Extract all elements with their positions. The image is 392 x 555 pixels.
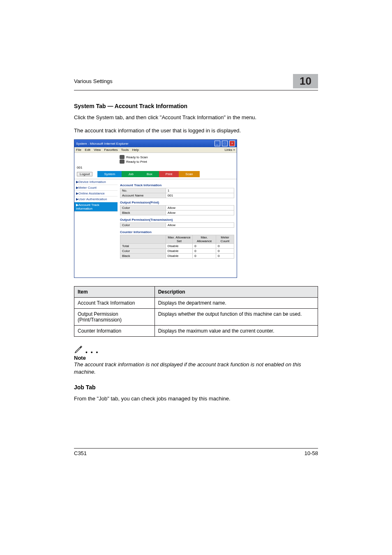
ci-row-total-label: Total	[120, 244, 166, 249]
label-account-name: Account Name	[120, 193, 166, 198]
menubar[interactable]: File Edit View Favorites Tools Help Link…	[74, 147, 237, 153]
paragraph-instruction-2: The account track information of the use…	[74, 127, 318, 135]
menu-edit[interactable]: Edit	[85, 148, 90, 152]
tab-box[interactable]: Box	[140, 171, 159, 177]
desc-r2-item: Output Permission (Print/Transmission)	[74, 309, 155, 326]
menu-links[interactable]: Links »	[225, 148, 235, 152]
tab-scan[interactable]: Scan	[179, 171, 199, 177]
desc-head-desc: Description	[154, 287, 318, 298]
value-no: 1	[166, 188, 234, 193]
paragraph-instruction-1: Click the System tab, and then click "Ac…	[74, 113, 318, 122]
window-titlebar: System - Microsoft Internet Explorer _ □…	[74, 140, 237, 147]
close-button[interactable]: ×	[229, 141, 235, 146]
desc-r2-desc: Displays whether the output function of …	[154, 309, 318, 326]
heading-system-tab: System Tab — Account Track Information	[74, 103, 318, 109]
tab-print[interactable]: Print	[159, 171, 179, 177]
menu-help[interactable]: Help	[132, 148, 139, 152]
printer-icon	[120, 160, 125, 164]
desc-r3-item: Counter Information	[74, 326, 155, 337]
note-label: Note	[74, 355, 318, 361]
ci-row-total-b: 0	[193, 244, 216, 249]
pane-heading-opt: Output Permission(Transmission)	[120, 218, 234, 222]
value-opp-color: Allow	[166, 206, 234, 210]
heading-job-tab: Job Tab	[74, 384, 318, 391]
ci-head-maxset: Max. Allowance Set	[166, 235, 192, 244]
page-header: Various Settings 10	[74, 74, 318, 90]
window-buttons[interactable]: _ □ ×	[214, 141, 235, 146]
menu-tools[interactable]: Tools	[121, 148, 129, 152]
user-label: 001	[77, 166, 82, 169]
label-opp-color: Color	[120, 206, 166, 210]
screenshot-ie-window: System - Microsoft Internet Explorer _ □…	[74, 139, 237, 278]
ci-row-total-c: 0	[216, 244, 234, 249]
pen-icon	[74, 345, 83, 354]
tab-job[interactable]: Job	[122, 171, 140, 177]
chapter-number: 10	[293, 74, 318, 88]
desc-r1-desc: Displays the department name.	[154, 298, 318, 309]
description-table: Item Description Account Track Informati…	[74, 286, 318, 337]
sidebar: ▶Device Information ▶Meter Count ▶Online…	[74, 179, 118, 278]
pane-heading-counter: Counter Information	[120, 230, 234, 234]
page-footer: C351 10-58	[74, 448, 318, 456]
maximize-button[interactable]: □	[222, 141, 228, 146]
tab-system[interactable]: System	[97, 171, 122, 177]
label-opp-black: Black	[120, 210, 166, 215]
ci-row-color-label: Color	[120, 249, 166, 254]
menu-view[interactable]: View	[94, 148, 101, 152]
pane-heading-opp: Output Permission(Print)	[120, 201, 234, 204]
sidebar-account-track[interactable]: ▶Account Track Information	[74, 202, 118, 212]
value-opt-color: Allow	[166, 223, 234, 228]
sidebar-device-info[interactable]: ▶Device Information	[74, 179, 118, 185]
value-account-name: 001	[166, 193, 234, 198]
section-title: Various Settings	[74, 78, 113, 84]
ci-head-blank	[120, 235, 166, 244]
ci-row-color-a: Disable	[166, 249, 192, 254]
minimize-button[interactable]: _	[214, 141, 220, 146]
ci-head-max: Max. Allowance	[193, 235, 216, 244]
label-opt-color: Color	[120, 223, 166, 228]
desc-r1-item: Account Track Information	[74, 298, 155, 309]
pane-heading-acct: Account Track Information	[120, 183, 234, 187]
sidebar-online-assistance[interactable]: ▶Online Assistance	[74, 191, 118, 197]
window-title: System - Microsoft Internet Explorer	[76, 142, 129, 146]
note-text: The account track information is not dis…	[74, 361, 318, 376]
ci-head-meter: Meter Count	[216, 235, 234, 244]
footer-model: C351	[74, 450, 87, 456]
logout-button[interactable]: Logout	[77, 172, 92, 176]
value-opp-black: Allow	[166, 210, 234, 215]
ci-row-color-b: 0	[193, 249, 216, 254]
status-print: Ready to Print	[126, 160, 147, 164]
footer-pageno: 10-58	[304, 450, 318, 456]
ci-row-black-a: Disable	[166, 254, 192, 259]
sidebar-user-auth[interactable]: ▶User Authentication	[74, 197, 118, 202]
menu-file[interactable]: File	[76, 148, 81, 152]
dots-icon: • • •	[85, 349, 99, 356]
ci-row-total-a: Disable	[166, 244, 192, 249]
desc-head-item: Item	[74, 287, 155, 298]
label-no: No.	[120, 188, 166, 193]
ci-row-black-b: 0	[193, 254, 216, 259]
scanner-icon	[120, 155, 125, 159]
ci-row-black-c: 0	[216, 254, 234, 259]
paragraph-job-tab: From the "Job" tab, you can check jobs m…	[74, 395, 318, 403]
main-pane: Account Track Information No.1 Account N…	[118, 179, 237, 278]
sidebar-meter-count[interactable]: ▶Meter Count	[74, 185, 118, 191]
status-scan: Ready to Scan	[126, 155, 148, 159]
ci-row-color-c: 0	[216, 249, 234, 254]
ci-row-black-label: Black	[120, 254, 166, 259]
desc-r3-desc: Displays the maximum value and the curre…	[154, 326, 318, 337]
menu-favorites[interactable]: Favorites	[104, 148, 118, 152]
note-block: • • • Note The account track information…	[74, 345, 318, 376]
